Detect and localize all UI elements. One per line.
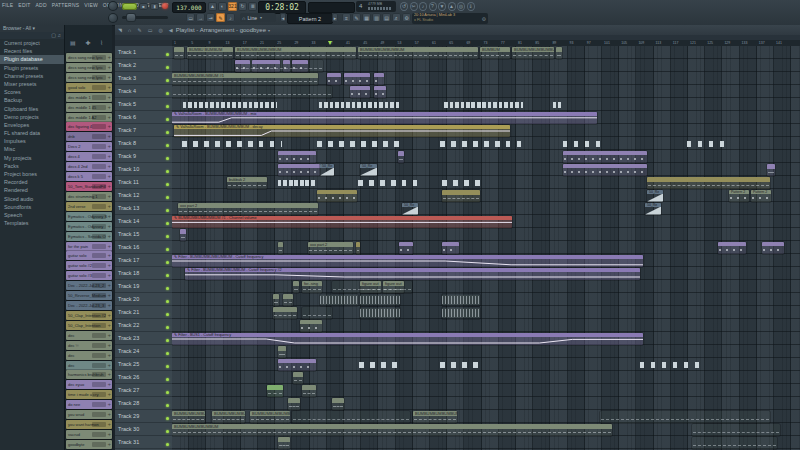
track-header[interactable]: Track 4 [115,85,172,98]
audio-clip[interactable] [692,424,780,436]
browser-item[interactable]: Scores [0,88,64,96]
audio-clip[interactable]: BUMBUMBUMBUMBUM #1 [172,73,318,85]
audio-clip[interactable]: 50_Re [360,164,377,176]
automation-clip[interactable]: ✎ ValhallaRoom - BUMBUMBUMBUMBUM - decay [174,125,510,137]
track-mute-led[interactable] [166,287,169,290]
settings-icon[interactable]: ⚙ [402,13,411,22]
pattern-clip[interactable] [762,242,784,254]
audio-clip[interactable] [292,411,410,423]
playlist-icon[interactable]: ▤ [382,13,391,22]
song-mode-button[interactable]: ▮ [150,3,159,10]
track-header[interactable]: Track 12 [115,189,172,202]
browser-item[interactable]: Backup [0,96,64,104]
track-header[interactable]: Track 31 [115,436,172,449]
audio-clip[interactable]: for..sing [302,281,322,293]
audio-clip[interactable] [302,385,316,397]
browser-item[interactable]: FL shared data [0,129,64,137]
browser-item[interactable]: Templates [0,219,64,227]
track-mute-led[interactable] [166,417,169,420]
browser-item[interactable]: Packs [0,162,64,170]
audio-clip[interactable]: BUMBUM [480,47,510,59]
browser-item[interactable]: Speech [0,211,64,219]
pattern-prev-button[interactable]: ◂ [280,13,286,22]
pattern-clip[interactable] [252,60,280,72]
audio-clip[interactable] [563,138,605,150]
automation-clip[interactable]: ✎ BUMBUMBUMBUMBUM #1 - Channel volume [172,216,512,228]
pattern-clip[interactable] [278,164,320,176]
picker-item[interactable]: 2nd verse+ [66,202,112,211]
track-header[interactable]: Track 21 [115,306,172,319]
browser-item[interactable]: Soundfonts [0,203,64,211]
pattern-clip[interactable]: Pattern 2 [751,190,771,202]
picker-item[interactable]: decs song new lyric+ [66,73,112,82]
menu-item-file[interactable]: FILE [2,2,13,8]
audio-clip[interactable] [273,294,279,306]
track-header[interactable]: Track 16 [115,241,172,254]
track-header[interactable]: Track 7 [115,124,172,137]
pattern-clip[interactable] [399,242,413,254]
browser-item[interactable]: Plugin presets [0,64,64,72]
picker-item[interactable]: 50_Tom_StandardFill+ [66,182,112,191]
audio-clip[interactable] [267,385,283,397]
mic-icon[interactable]: ♪ [419,2,427,11]
audio-clip[interactable]: BUMBUMBUMBUMBUM [172,424,612,436]
track-header[interactable]: Track 20 [115,293,172,306]
pattern-selector[interactable]: Pattern 2 [287,13,333,24]
picker-item[interactable]: guitar solo+ [66,251,112,260]
audio-clip[interactable] [442,294,480,306]
picker-item[interactable]: dec middle 1+ [66,93,112,102]
export-icon[interactable]: ▲ [448,2,456,11]
picker-item[interactable]: dec ½+ [66,341,112,350]
download-icon[interactable]: ⇓ [467,2,475,11]
picker-item[interactable]: Decs 2+ [66,142,112,151]
audio-clip[interactable] [647,177,770,189]
audio-clip[interactable] [356,242,360,254]
stop-button[interactable]: ■ [139,3,148,10]
track-mute-led[interactable] [166,248,169,251]
audio-clip[interactable] [360,307,400,319]
track-header[interactable]: Track 1 [115,46,172,59]
pattern-clip[interactable]: Pattern 2 [729,190,749,202]
pattern-clip[interactable] [350,86,370,98]
browser-item[interactable]: Clipboard files [0,105,64,113]
audio-clip[interactable]: 50_Re [645,203,661,215]
track-mute-led[interactable] [166,66,169,69]
picker-item[interactable]: decs song new lyric+ [66,63,112,72]
wait-icon[interactable]: ◐ [218,2,227,11]
clipboard-icon[interactable]: ≡ [342,13,351,22]
audio-clip[interactable] [293,281,299,293]
pattern-clip[interactable] [563,164,647,176]
audio-clip[interactable] [444,99,523,111]
track-mute-led[interactable] [166,53,169,56]
paint-tool-icon[interactable]: ▭ [148,27,153,33]
track-header[interactable]: Track 11 [115,176,172,189]
track-mute-led[interactable] [166,196,169,199]
browser-item[interactable]: Envelopes [0,121,64,129]
audio-clip[interactable] [172,86,332,98]
picker-item[interactable]: Eymatics - Odyssey S+ [66,212,112,221]
picker-item[interactable]: guitar solo #3+ [66,271,112,280]
track-header[interactable]: Track 28 [115,397,172,410]
audio-clip[interactable] [556,47,562,59]
mixer-icon[interactable]: ▥ [372,13,381,22]
track-mute-led[interactable] [166,209,169,212]
track-header[interactable]: Track 3 [115,72,172,85]
help-icon[interactable]: ? [429,2,437,11]
track-header[interactable]: Track 5 [115,98,172,111]
audio-clip[interactable] [640,359,700,371]
playhead-marker[interactable] [328,41,332,45]
track-header[interactable]: Track 14 [115,215,172,228]
track-mute-led[interactable] [166,339,169,342]
track-header[interactable]: Track 2 [115,59,172,72]
channel-rack-icon[interactable]: ▦ [362,13,371,22]
track-header[interactable]: Track 23 [115,332,172,345]
track-mute-led[interactable] [166,92,169,95]
import-icon[interactable]: ▼ [438,2,446,11]
menu-item-view[interactable]: VIEW [84,2,98,8]
track-header[interactable]: Track 8 [115,137,172,150]
pattern-clip[interactable] [374,73,384,85]
browser-item[interactable]: Rendered [0,186,64,194]
audio-clip[interactable] [692,437,777,449]
loop-record-icon[interactable]: ↻ [238,2,247,11]
master-slider-thumb[interactable] [127,14,135,21]
